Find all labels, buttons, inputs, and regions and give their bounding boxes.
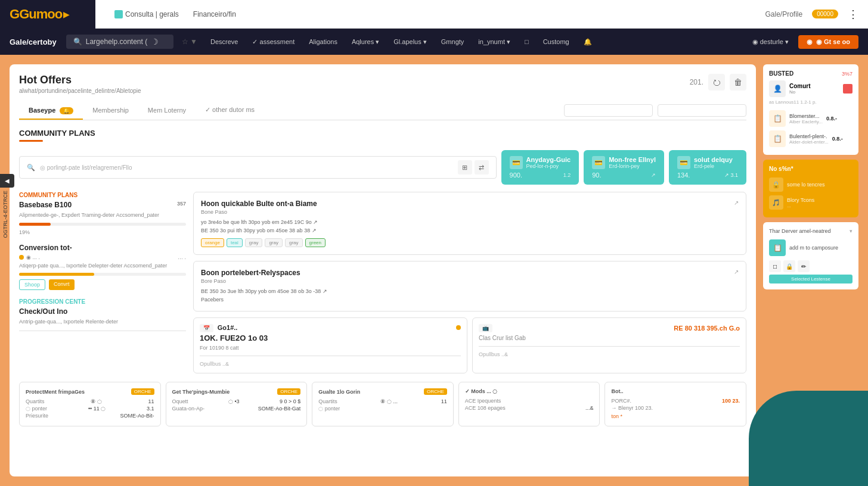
- grid-view-button[interactable]: ⊞: [458, 160, 472, 175]
- widget-3-item-1-icon: 📋: [769, 239, 786, 256]
- content-card-2-text: BE 350 3o 3ue lth 30py yob om 45oe 38 ob…: [201, 288, 739, 304]
- top-bar-link-1[interactable]: Consulta | gerals: [114, 10, 179, 18]
- bottom-card-1-row-1: Quartits ⑧ ◌ 11: [26, 398, 154, 404]
- link-dot-1: [114, 10, 123, 18]
- widget-3-header: Thar Derver amel-neatred ▾: [769, 228, 852, 234]
- widget-item-1-1-text: Blomerster... Alber Eaclerty...: [789, 113, 823, 124]
- progress-fill-2: [19, 273, 94, 276]
- tab-membership[interactable]: Membership: [83, 102, 138, 120]
- tab-count-icon: 🔔: [60, 107, 73, 114]
- nav-item-aligations[interactable]: Aligations: [304, 36, 342, 48]
- nav-item-aqlures[interactable]: Aqlures ▾: [347, 36, 384, 48]
- widget-item-1-2: 📋 Bulenterl-plent-. Alder-dolet-enter...…: [769, 129, 852, 149]
- widget-3-icon-box[interactable]: □: [769, 260, 781, 272]
- section-underline: [19, 140, 43, 142]
- refresh-button[interactable]: ⭮: [708, 74, 725, 91]
- filter-input-1[interactable]: [564, 104, 653, 117]
- nav-cta-button[interactable]: ◉ ◉ Gt se oo: [798, 35, 858, 49]
- divider-1: [19, 331, 186, 331]
- nav-item-gmngty[interactable]: Gmngty: [436, 36, 469, 48]
- tab-mem-loterny[interactable]: Mem Loterny: [138, 102, 196, 120]
- sidebar-toggle[interactable]: ◀: [0, 174, 14, 188]
- bc3-key-1: Quartits: [318, 398, 337, 404]
- search-icons: ⊞ ⇄: [458, 160, 489, 175]
- widget-1-profile: 👤 Comurt No: [769, 80, 852, 97]
- shoop-button[interactable]: Shoop: [19, 279, 45, 290]
- action-card-2[interactable]: 💳 Mon-free Ellnyl Erd-lorin-pey 90. ↗: [584, 150, 664, 185]
- logo-area: GGumoo ▶: [0, 0, 95, 29]
- nav-divider-1: ☆ ▼: [182, 38, 197, 46]
- content-card-2-sub: Bore Paso: [201, 278, 300, 284]
- widget-item-1-2-num: 0.8.-: [832, 136, 843, 142]
- bottom-card-4-row-2: ACE 108 epages ...&: [465, 405, 594, 411]
- bc4-key-2: ACE 108 epages: [465, 405, 506, 411]
- stat-title-2: RE 80 318 395.ch G.o: [674, 325, 740, 332]
- nav-item-ynumt[interactable]: in_ynumt ▾: [473, 36, 515, 48]
- nav-item-glapelus[interactable]: Gl.apelus ▾: [389, 36, 432, 48]
- stat-foot-2: Opullbus ..&: [479, 351, 740, 357]
- status-dot-orange: [19, 255, 24, 260]
- widget-2-title: No s%n*: [769, 166, 793, 172]
- top-bar-menu[interactable]: ⋮: [848, 8, 858, 21]
- bc1-icon-1: ⑧ ◌: [91, 398, 102, 404]
- widget-2-header: No s%n*: [769, 166, 852, 172]
- filter-input-2[interactable]: [658, 104, 746, 117]
- tag-orange: orange: [201, 238, 224, 247]
- stat-sub-2: Clas Crur list Gab: [479, 335, 740, 341]
- bc2-key-2: Guata-on-Ap-: [172, 406, 205, 412]
- nav-item-customg[interactable]: Customg: [538, 36, 574, 48]
- filter-button[interactable]: ⇄: [475, 160, 489, 175]
- bc2-val-1: ◌ •3: [228, 398, 240, 404]
- panel-label-2: PROGRESSION CENTE: [19, 298, 186, 305]
- widget-1-header: BUSTED 3%7: [769, 70, 852, 77]
- settings-button[interactable]: 🗑: [730, 74, 746, 91]
- panel-text-1: Alipmentede-ge-, Expdert Traming-deter A…: [19, 211, 186, 219]
- section-header: COMMUNITY PLANS: [19, 129, 746, 144]
- nav-item-assessment[interactable]: ✓ assessment: [247, 36, 299, 48]
- stat-card-1: 📅 Go1#.. 1OK. FUE2O 1o 03 For 10190 8 ca…: [193, 317, 467, 373]
- action-card-3[interactable]: 💳 solut delquy Erd-pele 134. ↗ 3.1: [669, 150, 746, 185]
- action-card-2-icon: 💳: [592, 156, 605, 169]
- widget-item-1-1: 📋 Blomerster... Alber Eaclerty... 0.8.-: [769, 108, 852, 129]
- widget-3-icon-edit[interactable]: ✏: [798, 260, 810, 272]
- tag-gray-3: gray: [285, 238, 303, 247]
- action-card-3-title: solut delquy Erd-pele: [694, 156, 733, 169]
- bottom-card-2-row-2: Guata-on-Ap- SOME-Ao-Bit-Gat: [172, 406, 301, 412]
- nav-item-describe[interactable]: Descreve: [206, 36, 243, 48]
- panel-actions: Shoop Convrt: [19, 279, 186, 290]
- action-card-1-bottom: 900. 1.2: [510, 172, 571, 179]
- convrt-button[interactable]: Convrt: [49, 279, 75, 290]
- action-card-1-icon: 💳: [510, 156, 523, 169]
- panel-status: ◉ ... . … .: [19, 254, 186, 260]
- widget-item-1-1-glyph: 📋: [773, 114, 782, 123]
- bottom-card-1: ProtectMent frimpaGes ORCHE Quartits ⑧ ◌…: [19, 382, 161, 426]
- stat-big-num-1: 1OK. FUE2O 1o 03: [200, 334, 461, 342]
- top-bar-profile: Gale/Profile: [765, 10, 802, 18]
- bc5-extra: ton *: [611, 413, 740, 419]
- tab-other[interactable]: ✓ other dutor ms: [196, 101, 264, 120]
- tag-gray-1: gray: [245, 238, 263, 247]
- tab-filters: [564, 104, 746, 117]
- content-card-1-meta: ↗: [734, 200, 739, 206]
- bottom-card-2: Get The'pings-Mumbie ORCHE Oquett ◌ •3 9…: [166, 382, 308, 426]
- two-col-layout: COMMUNITY PLANS Basebase B100 357 Alipme…: [19, 192, 746, 373]
- tab-baseype[interactable]: Baseype 🔔: [19, 102, 83, 120]
- bottom-card-1-header: ProtectMent frimpaGes ORCHE: [26, 388, 154, 395]
- logo-icon: ▶: [63, 10, 70, 19]
- bottom-card-4-row-1: ACE Ipequents: [465, 398, 594, 404]
- progress-bar-1: [19, 223, 186, 226]
- widget-3: Thar Derver amel-neatred ▾ 📋 add m to ca…: [763, 222, 858, 289]
- widget-2-item-2-icon: 🎵: [769, 195, 783, 210]
- bc2-num-1: 9 0 > 0 $: [280, 398, 300, 404]
- action-card-1[interactable]: 💳 Anydayg-Guic Ped-lor-n-poy 900. 1.2: [501, 150, 579, 185]
- widget-3-action-btn[interactable]: Selected Lestense: [769, 275, 852, 284]
- top-bar-link-2[interactable]: Financeiro/fin: [193, 10, 236, 18]
- nav-user[interactable]: ◉ desturle ▾: [748, 36, 793, 48]
- nav-search[interactable]: 🔍 Largehelp.content ( ☽: [66, 35, 173, 49]
- bottom-card-3: Gualte 1lo Gorin ORCHE Quartits ⑧ ◌ ... …: [312, 382, 454, 426]
- nav-item-box[interactable]: □: [520, 36, 534, 48]
- nav-item-bell[interactable]: 🔔: [579, 36, 597, 48]
- top-bar-right: Gale/Profile 00000 ⋮: [765, 8, 858, 21]
- widget-3-icon-lock[interactable]: 🔒: [783, 260, 795, 272]
- nav-cta-icon: ◉: [807, 38, 813, 46]
